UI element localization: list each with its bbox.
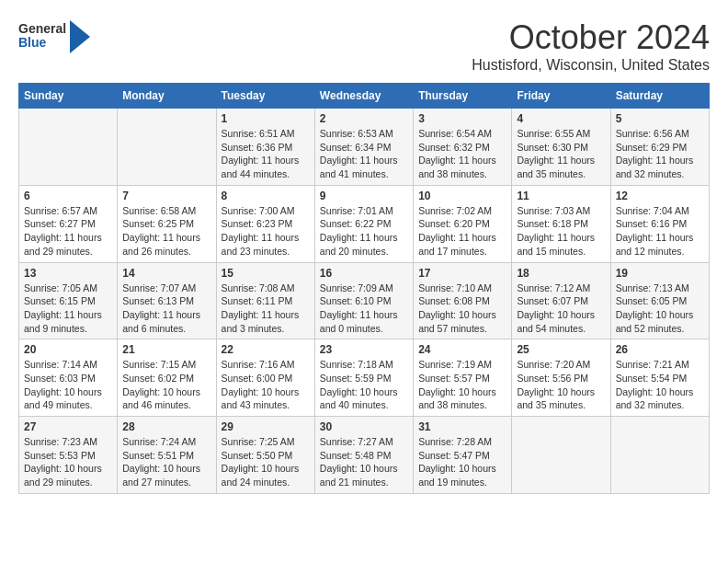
calendar-row: 6Sunrise: 6:57 AM Sunset: 6:27 PM Daylig… xyxy=(19,185,710,262)
day-number: 2 xyxy=(320,112,408,125)
day-number: 29 xyxy=(222,420,310,433)
day-number: 31 xyxy=(418,420,506,433)
day-content: Sunrise: 7:21 AM Sunset: 5:54 PM Dayligh… xyxy=(616,358,704,412)
day-content: Sunrise: 7:19 AM Sunset: 5:57 PM Dayligh… xyxy=(418,358,506,412)
day-number: 22 xyxy=(222,343,310,356)
calendar-cell: 28Sunrise: 7:24 AM Sunset: 5:51 PM Dayli… xyxy=(118,417,216,494)
calendar-body: 1Sunrise: 6:51 AM Sunset: 6:36 PM Daylig… xyxy=(19,109,710,494)
calendar-cell: 24Sunrise: 7:19 AM Sunset: 5:57 PM Dayli… xyxy=(414,339,512,417)
day-number: 30 xyxy=(320,420,408,433)
calendar-cell: 15Sunrise: 7:08 AM Sunset: 6:11 PM Dayli… xyxy=(216,262,314,339)
calendar-cell: 20Sunrise: 7:14 AM Sunset: 6:03 PM Dayli… xyxy=(19,339,118,417)
day-number: 24 xyxy=(418,343,506,356)
day-content: Sunrise: 7:23 AM Sunset: 5:53 PM Dayligh… xyxy=(24,435,112,489)
day-number: 1 xyxy=(222,112,310,125)
day-number: 28 xyxy=(122,420,210,433)
day-content: Sunrise: 7:12 AM Sunset: 6:07 PM Dayligh… xyxy=(517,282,605,336)
day-number: 27 xyxy=(24,420,112,433)
day-number: 7 xyxy=(122,190,210,202)
day-number: 20 xyxy=(24,343,112,356)
day-number: 12 xyxy=(616,190,704,202)
calendar-cell: 29Sunrise: 7:25 AM Sunset: 5:50 PM Dayli… xyxy=(216,417,314,494)
day-content: Sunrise: 7:10 AM Sunset: 6:08 PM Dayligh… xyxy=(418,282,506,336)
day-number: 10 xyxy=(418,190,506,202)
title-area: October 2024 Hustisford, Wisconsin, Unit… xyxy=(472,18,710,74)
calendar-row: 27Sunrise: 7:23 AM Sunset: 5:53 PM Dayli… xyxy=(19,417,710,494)
calendar-header: SundayMondayTuesdayWednesdayThursdayFrid… xyxy=(19,84,710,109)
day-content: Sunrise: 7:18 AM Sunset: 5:59 PM Dayligh… xyxy=(320,358,408,412)
page-header: General Blue October 2024 Hustisford, Wi… xyxy=(18,18,710,74)
calendar-cell: 16Sunrise: 7:09 AM Sunset: 6:10 PM Dayli… xyxy=(314,262,413,339)
day-number: 6 xyxy=(24,190,112,202)
day-content: Sunrise: 7:14 AM Sunset: 6:03 PM Dayligh… xyxy=(24,358,112,412)
day-content: Sunrise: 6:55 AM Sunset: 6:30 PM Dayligh… xyxy=(517,127,605,181)
calendar-cell: 21Sunrise: 7:15 AM Sunset: 6:02 PM Dayli… xyxy=(118,339,216,417)
calendar-cell: 17Sunrise: 7:10 AM Sunset: 6:08 PM Dayli… xyxy=(414,262,512,339)
calendar-cell: 7Sunrise: 6:58 AM Sunset: 6:25 PM Daylig… xyxy=(118,185,216,262)
logo-general: General xyxy=(18,22,66,36)
calendar-cell: 19Sunrise: 7:13 AM Sunset: 6:05 PM Dayli… xyxy=(610,262,709,339)
calendar-row: 1Sunrise: 6:51 AM Sunset: 6:36 PM Daylig… xyxy=(19,109,710,186)
day-content: Sunrise: 6:51 AM Sunset: 6:36 PM Dayligh… xyxy=(222,127,310,181)
calendar-table: SundayMondayTuesdayWednesdayThursdayFrid… xyxy=(18,83,710,494)
calendar-cell: 18Sunrise: 7:12 AM Sunset: 6:07 PM Dayli… xyxy=(512,262,610,339)
day-number: 13 xyxy=(24,267,112,280)
day-number: 26 xyxy=(616,343,704,356)
day-content: Sunrise: 7:05 AM Sunset: 6:15 PM Dayligh… xyxy=(24,282,112,336)
calendar-cell: 14Sunrise: 7:07 AM Sunset: 6:13 PM Dayli… xyxy=(118,262,216,339)
day-content: Sunrise: 7:27 AM Sunset: 5:48 PM Dayligh… xyxy=(320,435,408,489)
calendar-cell: 10Sunrise: 7:02 AM Sunset: 6:20 PM Dayli… xyxy=(414,185,512,262)
header-row: SundayMondayTuesdayWednesdayThursdayFrid… xyxy=(19,84,710,109)
calendar-cell: 26Sunrise: 7:21 AM Sunset: 5:54 PM Dayli… xyxy=(610,339,709,417)
day-content: Sunrise: 7:04 AM Sunset: 6:16 PM Dayligh… xyxy=(616,204,704,259)
day-number: 21 xyxy=(122,343,210,356)
header-monday: Monday xyxy=(118,84,216,109)
day-number: 18 xyxy=(517,267,605,280)
logo: General Blue xyxy=(18,18,90,53)
calendar-cell: 22Sunrise: 7:16 AM Sunset: 6:00 PM Dayli… xyxy=(216,339,314,417)
day-content: Sunrise: 7:20 AM Sunset: 5:56 PM Dayligh… xyxy=(517,358,605,412)
calendar-cell: 2Sunrise: 6:53 AM Sunset: 6:34 PM Daylig… xyxy=(314,109,413,186)
day-content: Sunrise: 6:57 AM Sunset: 6:27 PM Dayligh… xyxy=(24,204,112,259)
day-number: 16 xyxy=(320,267,408,280)
day-content: Sunrise: 7:08 AM Sunset: 6:11 PM Dayligh… xyxy=(222,282,310,336)
calendar-cell: 8Sunrise: 7:00 AM Sunset: 6:23 PM Daylig… xyxy=(216,185,314,262)
calendar-cell: 4Sunrise: 6:55 AM Sunset: 6:30 PM Daylig… xyxy=(512,109,610,186)
calendar-cell: 13Sunrise: 7:05 AM Sunset: 6:15 PM Dayli… xyxy=(19,262,118,339)
day-content: Sunrise: 7:03 AM Sunset: 6:18 PM Dayligh… xyxy=(517,204,605,259)
day-content: Sunrise: 7:09 AM Sunset: 6:10 PM Dayligh… xyxy=(320,282,408,336)
day-number: 17 xyxy=(418,267,506,280)
calendar-cell xyxy=(610,417,709,494)
day-number: 25 xyxy=(517,343,605,356)
day-content: Sunrise: 7:01 AM Sunset: 6:22 PM Dayligh… xyxy=(320,204,408,259)
calendar-cell: 25Sunrise: 7:20 AM Sunset: 5:56 PM Dayli… xyxy=(512,339,610,417)
calendar-cell: 30Sunrise: 7:27 AM Sunset: 5:48 PM Dayli… xyxy=(314,417,413,494)
header-thursday: Thursday xyxy=(414,84,512,109)
header-saturday: Saturday xyxy=(610,84,709,109)
day-number: 8 xyxy=(222,190,310,202)
calendar-cell: 1Sunrise: 6:51 AM Sunset: 6:36 PM Daylig… xyxy=(216,109,314,186)
calendar-cell: 3Sunrise: 6:54 AM Sunset: 6:32 PM Daylig… xyxy=(414,109,512,186)
logo-arrow-icon xyxy=(70,20,90,53)
day-content: Sunrise: 6:56 AM Sunset: 6:29 PM Dayligh… xyxy=(616,127,704,181)
calendar-cell: 31Sunrise: 7:28 AM Sunset: 5:47 PM Dayli… xyxy=(414,417,512,494)
day-content: Sunrise: 7:13 AM Sunset: 6:05 PM Dayligh… xyxy=(616,282,704,336)
day-number: 14 xyxy=(122,267,210,280)
day-number: 23 xyxy=(320,343,408,356)
day-content: Sunrise: 6:53 AM Sunset: 6:34 PM Dayligh… xyxy=(320,127,408,181)
day-number: 9 xyxy=(320,190,408,202)
calendar-cell: 9Sunrise: 7:01 AM Sunset: 6:22 PM Daylig… xyxy=(314,185,413,262)
day-number: 15 xyxy=(222,267,310,280)
day-content: Sunrise: 7:07 AM Sunset: 6:13 PM Dayligh… xyxy=(122,282,210,336)
calendar-cell: 27Sunrise: 7:23 AM Sunset: 5:53 PM Dayli… xyxy=(19,417,118,494)
day-content: Sunrise: 7:02 AM Sunset: 6:20 PM Dayligh… xyxy=(418,204,506,259)
calendar-cell: 12Sunrise: 7:04 AM Sunset: 6:16 PM Dayli… xyxy=(610,185,709,262)
day-number: 19 xyxy=(616,267,704,280)
day-content: Sunrise: 7:16 AM Sunset: 6:00 PM Dayligh… xyxy=(222,358,310,412)
logo-blue: Blue xyxy=(18,36,66,50)
day-content: Sunrise: 7:24 AM Sunset: 5:51 PM Dayligh… xyxy=(122,435,210,489)
calendar-cell xyxy=(118,109,216,186)
calendar-cell: 5Sunrise: 6:56 AM Sunset: 6:29 PM Daylig… xyxy=(610,109,709,186)
logo-text: General Blue xyxy=(18,22,66,51)
calendar-row: 20Sunrise: 7:14 AM Sunset: 6:03 PM Dayli… xyxy=(19,339,710,417)
